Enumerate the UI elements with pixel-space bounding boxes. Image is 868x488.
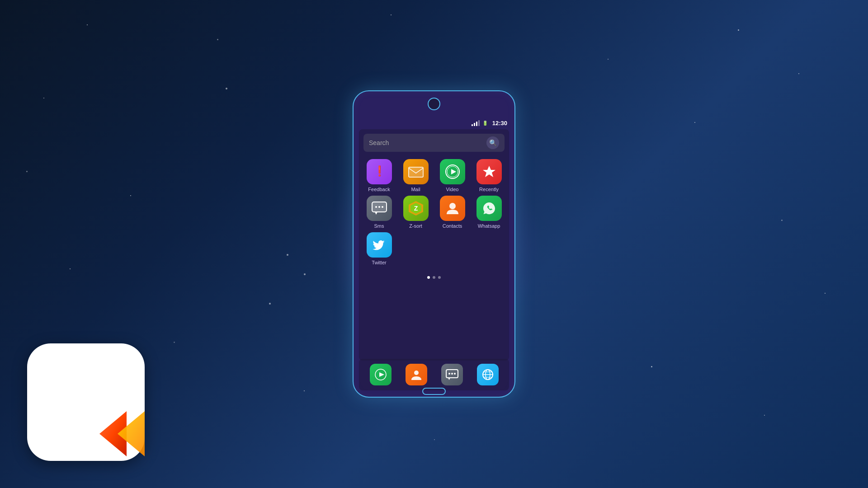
deco-dot <box>304 273 306 275</box>
svg-point-18 <box>449 203 456 209</box>
page-dot-3[interactable] <box>438 276 441 279</box>
page-dots <box>359 276 509 279</box>
whatsapp-icon <box>476 196 502 221</box>
svg-marker-7 <box>451 169 456 174</box>
page-dot-2[interactable] <box>433 276 435 279</box>
app-item-video[interactable]: Video <box>436 159 469 192</box>
svg-point-13 <box>382 206 383 208</box>
app-item-sms[interactable]: Sms <box>363 196 396 229</box>
svg-rect-4 <box>409 167 423 177</box>
status-bar: 🔋 12:30 <box>354 117 514 129</box>
app-item-recently[interactable]: Recently <box>472 159 505 192</box>
search-bar[interactable]: Search 🔍 <box>363 134 505 152</box>
svg-point-26 <box>454 373 456 375</box>
status-time: 12:30 <box>492 120 507 127</box>
app-item-twitter[interactable]: Twitter <box>363 232 396 265</box>
search-input[interactable]: Search <box>369 139 483 146</box>
dock-contacts-icon[interactable] <box>406 364 427 385</box>
twitter-label: Twitter <box>372 260 386 265</box>
search-icon[interactable]: 🔍 <box>486 136 499 149</box>
app-item-whatsapp[interactable]: Whatsapp <box>472 196 505 229</box>
phone-speaker <box>428 98 440 110</box>
phone-frame: 🔋 12:30 Search 🔍 ❗ <box>353 90 515 398</box>
svg-point-22 <box>414 371 419 375</box>
contacts-icon <box>440 196 465 221</box>
feedback-label: Feedback <box>368 187 390 192</box>
deco-dot <box>287 254 288 256</box>
svg-marker-8 <box>483 166 495 177</box>
phone-dock <box>359 359 509 390</box>
feedback-icon: ❗ <box>367 159 392 184</box>
mail-label: Mail <box>411 187 420 192</box>
svg-text:Z: Z <box>414 205 418 212</box>
app-item-feedback[interactable]: ❗ Feedback <box>363 159 396 192</box>
twitter-icon <box>367 232 392 258</box>
svg-point-11 <box>375 206 377 208</box>
deco-dot <box>226 88 227 89</box>
video-label: Video <box>446 187 459 192</box>
app-item-mail[interactable]: Mail <box>399 159 432 192</box>
screen-content: Search 🔍 ❗ Feedback <box>359 129 509 361</box>
sms-label: Sms <box>374 223 384 229</box>
battery-icon: 🔋 <box>482 121 488 126</box>
dock-browser-icon[interactable] <box>477 364 499 385</box>
dock-sms-icon[interactable] <box>441 364 463 385</box>
app-item-zsort[interactable]: Z Z-sort <box>399 196 432 229</box>
svg-marker-21 <box>379 372 384 377</box>
launcher-app-icon[interactable] <box>27 343 145 461</box>
recently-label: Recently <box>479 187 499 192</box>
svg-marker-27 <box>448 378 450 380</box>
svg-point-24 <box>448 373 450 375</box>
whatsapp-label: Whatsapp <box>478 223 500 229</box>
svg-point-25 <box>451 373 453 375</box>
video-icon <box>440 159 465 184</box>
contacts-label: Contacts <box>443 223 462 229</box>
phone-container: 🔋 12:30 Search 🔍 ❗ <box>353 90 515 398</box>
app-grid: ❗ Feedback Mail <box>359 159 509 265</box>
sms-icon <box>367 196 392 221</box>
page-dot-1[interactable] <box>427 276 430 279</box>
dock-phone-icon[interactable] <box>370 364 392 385</box>
deco-dot <box>269 303 271 305</box>
svg-point-12 <box>378 206 380 208</box>
zsort-icon: Z <box>403 196 429 221</box>
recently-icon <box>476 159 502 184</box>
home-button[interactable] <box>422 388 446 395</box>
svg-marker-14 <box>375 212 377 215</box>
svg-text:❗: ❗ <box>373 165 386 177</box>
signal-indicator <box>472 120 480 126</box>
app-item-contacts[interactable]: Contacts <box>436 196 469 229</box>
mail-icon <box>403 159 429 184</box>
zsort-label: Z-sort <box>409 223 422 229</box>
